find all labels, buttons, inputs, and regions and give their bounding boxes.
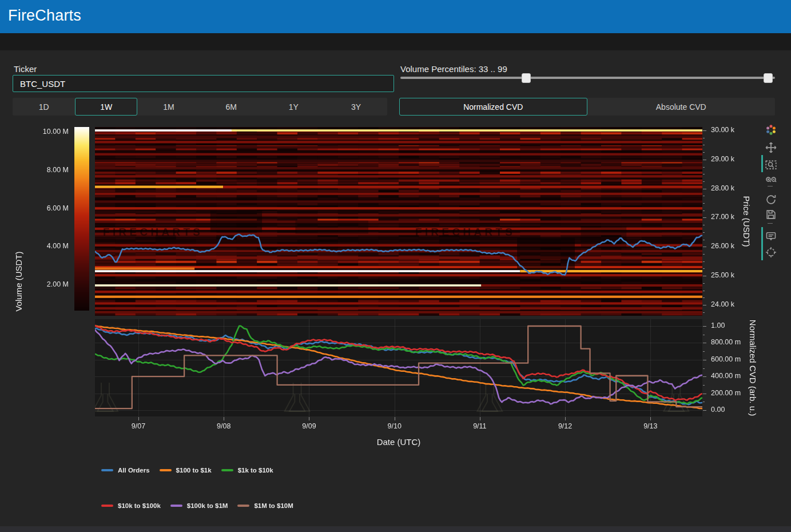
cvd-mode-button-group: Normalized CVDAbsolute CVD: [399, 98, 775, 116]
range-button-group: 1D1W1M6M1Y3Y: [13, 98, 387, 116]
legend-label: All Orders: [118, 467, 150, 474]
ticker-input[interactable]: [13, 75, 394, 92]
price-axis-title: Price (USDT): [742, 196, 752, 247]
plotly-logo-icon[interactable]: [765, 124, 777, 136]
legend-item[interactable]: $100k to $1M: [170, 502, 228, 509]
volume-axis-title: Volume (USDT): [14, 251, 23, 311]
legend-label: $10k to $100k: [118, 502, 161, 509]
range-button-3y[interactable]: 3Y: [325, 98, 387, 116]
cvd-axis-title: Normalized CVD (arb. u.): [748, 320, 758, 416]
volume-percentiles-label: Volume Percentiles: 33 .. 99: [400, 64, 507, 74]
firecharts-app: FireCharts Ticker Volume Percentiles: 33…: [0, 0, 791, 532]
save-image-icon[interactable]: [765, 209, 777, 220]
cvd-button-absolute-cvd[interactable]: Absolute CVD: [587, 98, 776, 116]
toggle-hover-icon[interactable]: [765, 231, 777, 242]
modebar-separator: [768, 186, 773, 186]
legend-label: $100 to $1k: [176, 467, 212, 474]
legend-color-dash: [101, 505, 113, 507]
zoom-in-out-icon[interactable]: [765, 175, 777, 186]
pan-icon[interactable]: [765, 142, 777, 153]
ticker-label: Ticker: [14, 64, 37, 74]
x-axis-title: Date (UTC): [95, 437, 702, 447]
legend-item[interactable]: $100 to $1k: [160, 467, 212, 474]
volume-percentiles-slider-track[interactable]: [400, 77, 775, 79]
slider-handle-low[interactable]: [522, 73, 531, 83]
range-button-1m[interactable]: 1M: [137, 98, 200, 116]
modebar-active-indicator: [761, 155, 763, 172]
range-button-1w[interactable]: 1W: [75, 98, 137, 116]
legend-color-dash: [170, 505, 182, 507]
legend-label: $1k to $10k: [238, 467, 273, 474]
legend-row-1: All Orders$100 to $1k$1k to $10k: [101, 467, 273, 474]
range-button-6m[interactable]: 6M: [200, 98, 263, 116]
legend-label: $1M to $10M: [254, 502, 293, 509]
cvd-line-chart[interactable]: [95, 319, 702, 416]
footer-strip: [0, 526, 791, 532]
legend-color-dash: [237, 505, 249, 507]
legend-row-2: $10k to $100k$100k to $1M$1M to $10M: [101, 502, 293, 509]
reset-axes-icon[interactable]: [765, 194, 777, 205]
legend-color-dash: [160, 469, 172, 471]
volume-colorbar: [74, 127, 89, 311]
range-button-1y[interactable]: 1Y: [263, 98, 325, 116]
volume-heatmap-chart[interactable]: [95, 127, 702, 316]
range-button-1d[interactable]: 1D: [13, 98, 75, 116]
legend-item[interactable]: $1M to $10M: [237, 502, 293, 509]
legend-item[interactable]: All Orders: [101, 467, 150, 474]
modebar-separator: [768, 223, 773, 224]
legend-label: $100k to $1M: [187, 502, 228, 509]
legend-item[interactable]: $1k to $10k: [221, 467, 273, 474]
slider-handle-high[interactable]: [764, 73, 773, 83]
modebar-active-indicator: [761, 227, 763, 260]
box-zoom-icon[interactable]: [765, 158, 777, 170]
toggle-spikelines-icon[interactable]: [765, 247, 777, 258]
legend-item[interactable]: $10k to $100k: [101, 502, 161, 509]
legend-color-dash: [221, 469, 233, 471]
app-title: FireCharts: [8, 7, 81, 25]
cvd-button-normalized-cvd[interactable]: Normalized CVD: [399, 98, 587, 116]
legend-color-dash: [101, 469, 113, 471]
app-header: FireCharts: [0, 0, 791, 33]
